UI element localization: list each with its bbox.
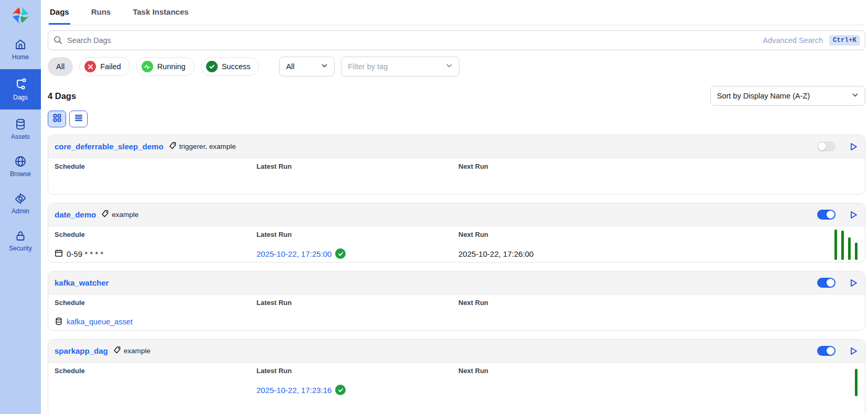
filter-chip-label: Running xyxy=(157,62,186,71)
tag-icon xyxy=(101,210,109,220)
dag-count: 4 Dags xyxy=(48,91,76,101)
tab-dags[interactable]: Dags xyxy=(49,0,70,25)
dag-icon xyxy=(14,78,27,91)
top-tabs: Dags Runs Task Instances xyxy=(48,0,865,25)
filter-chip-success[interactable]: Success xyxy=(201,57,260,76)
shortcut-badge: Ctrl+K xyxy=(829,35,860,46)
airflow-app: Home Dags Assets xyxy=(0,0,868,414)
filter-chip-label: Failed xyxy=(100,62,121,71)
dag-tags: example xyxy=(113,346,151,356)
filter-chip-label: Success xyxy=(222,62,251,71)
dag-list: core_deferrable_sleep_demo triggerer, ex… xyxy=(48,135,865,414)
view-toggle xyxy=(48,111,865,127)
calendar-icon xyxy=(55,249,63,259)
dag-card: date_demo example xyxy=(48,203,865,263)
main-content: Dags Runs Task Instances Advanced Search… xyxy=(41,0,868,414)
tab-runs[interactable]: Runs xyxy=(90,0,112,25)
schedule-column-label: Schedule xyxy=(55,299,256,307)
dag-name-link[interactable]: date_demo xyxy=(55,210,96,219)
filter-chip-running[interactable]: Running xyxy=(136,57,195,76)
tag-filter-placeholder: Filter by tag xyxy=(348,62,388,71)
next-run-column-label: Next Run xyxy=(458,299,660,307)
latest-run-column-label: Latest Run xyxy=(256,299,458,307)
airflow-logo[interactable] xyxy=(10,0,31,31)
next-run-column-label: Next Run xyxy=(458,231,660,238)
run-bar[interactable] xyxy=(855,369,858,396)
dag-card: sparkapp_dag example xyxy=(48,339,865,414)
run-bar[interactable] xyxy=(855,243,858,260)
state-filter-row: All Failed Running xyxy=(48,57,865,77)
recent-runs-chart xyxy=(834,228,858,260)
dag-card-body: Schedule Latest Run Next Run xyxy=(48,295,865,330)
latest-run-column-label: Latest Run xyxy=(256,367,458,375)
latest-run-value: 2025-10-22, 17:23:16 xyxy=(256,385,458,395)
search-bar: Advanced Search Ctrl+K xyxy=(48,30,865,50)
sort-value: Sort by Display Name (A-Z) xyxy=(717,92,810,100)
next-run-value: 2025-10-22, 17:26:00 xyxy=(458,249,660,258)
asset-icon xyxy=(55,317,63,327)
dag-name-link[interactable]: kafka_watcher xyxy=(55,278,109,287)
sidebar-item-security[interactable]: Security xyxy=(0,223,41,258)
schedule-value: 0-59 * * * * xyxy=(55,249,256,259)
list-view-button[interactable] xyxy=(69,111,88,127)
schedule-value: kafka_queue_asset xyxy=(55,317,256,327)
schedule-asset-link[interactable]: kafka_queue_asset xyxy=(67,318,133,326)
recent-runs-chart xyxy=(855,365,858,396)
success-icon xyxy=(206,61,218,72)
sidebar-item-home[interactable]: Home xyxy=(0,32,41,67)
advanced-search-link[interactable]: Advanced Search xyxy=(763,36,823,45)
summary-row: 4 Dags Sort by Display Name (A-Z) xyxy=(48,86,865,106)
sidebar-item-label: Admin xyxy=(12,208,29,215)
dag-pause-toggle[interactable] xyxy=(817,346,835,356)
dag-card-header: kafka_watcher xyxy=(48,271,865,295)
sidebar-item-label: Dags xyxy=(13,94,28,101)
trigger-dag-button[interactable] xyxy=(848,210,859,220)
grid-view-button[interactable] xyxy=(48,111,66,127)
chevron-down-icon xyxy=(446,62,453,71)
run-bar[interactable] xyxy=(834,230,837,260)
dag-pause-toggle[interactable] xyxy=(817,141,835,151)
dag-card-body: Schedule Latest Run Next Run 2025-10-22,… xyxy=(48,363,865,414)
search-input[interactable] xyxy=(48,30,865,50)
sort-select[interactable]: Sort by Display Name (A-Z) xyxy=(710,86,865,106)
tag-filter-select[interactable]: Filter by tag xyxy=(341,57,459,77)
sidebar-item-dags[interactable]: Dags xyxy=(0,69,41,110)
sidebar-item-assets[interactable]: Assets xyxy=(0,112,41,147)
schedule-column-label: Schedule xyxy=(55,231,256,238)
dag-card-body: Schedule Latest Run Next Run 0- xyxy=(48,226,865,262)
schedule-column-label: Schedule xyxy=(55,162,256,170)
trigger-dag-button[interactable] xyxy=(848,278,859,288)
dag-name-link[interactable]: sparkapp_dag xyxy=(55,346,108,355)
success-check-icon xyxy=(335,385,346,395)
chevron-down-icon xyxy=(852,92,859,100)
dag-pause-toggle[interactable] xyxy=(817,210,835,220)
tag-icon xyxy=(113,346,121,356)
search-extras: Advanced Search Ctrl+K xyxy=(763,30,860,50)
paused-filter-select[interactable]: All xyxy=(279,57,335,77)
latest-run-link[interactable]: 2025-10-22, 17:23:16 xyxy=(256,386,331,395)
next-run-column-label: Next Run xyxy=(458,162,660,170)
run-bar[interactable] xyxy=(848,237,851,260)
dag-card-header: date_demo example xyxy=(48,203,865,226)
trigger-dag-button[interactable] xyxy=(848,346,859,356)
home-icon xyxy=(14,38,27,51)
filter-chip-failed[interactable]: Failed xyxy=(79,57,130,76)
next-run-column-label: Next Run xyxy=(458,367,660,375)
grid-icon xyxy=(53,114,61,124)
sidebar-item-browse[interactable]: Browse xyxy=(0,149,41,184)
dag-name-link[interactable]: core_deferrable_sleep_demo xyxy=(55,142,164,151)
run-bar[interactable] xyxy=(841,231,844,260)
running-icon xyxy=(142,61,153,72)
trigger-dag-button[interactable] xyxy=(848,141,859,152)
dag-card: core_deferrable_sleep_demo triggerer, ex… xyxy=(48,135,865,194)
tab-task-instances[interactable]: Task Instances xyxy=(132,0,189,25)
filter-chip-all[interactable]: All xyxy=(48,57,73,76)
latest-run-column-label: Latest Run xyxy=(256,162,458,170)
success-check-icon xyxy=(335,248,346,259)
sidebar-item-label: Assets xyxy=(11,133,30,140)
security-icon xyxy=(14,230,27,242)
sidebar-item-admin[interactable]: Admin xyxy=(0,186,41,221)
dag-tags: example xyxy=(101,210,138,220)
latest-run-link[interactable]: 2025-10-22, 17:25:00 xyxy=(256,249,331,258)
dag-pause-toggle[interactable] xyxy=(817,278,835,288)
